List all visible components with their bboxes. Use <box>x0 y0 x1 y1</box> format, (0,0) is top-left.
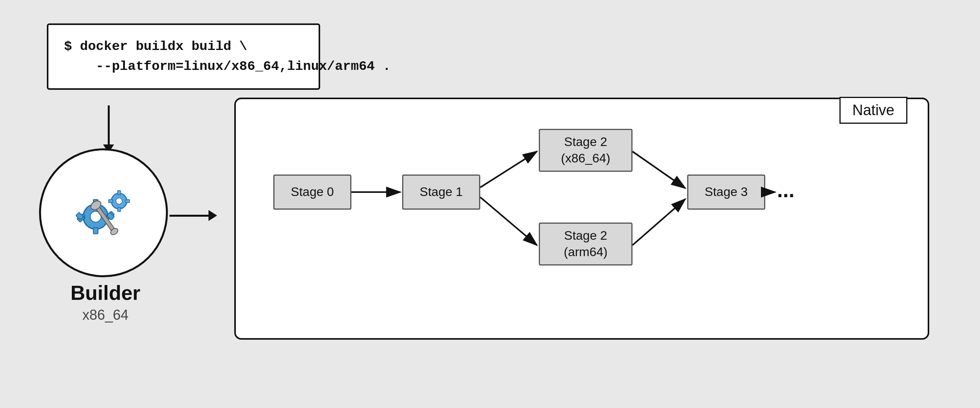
diagram-container: $ docker buildx build \ --platform=linux… <box>0 0 980 408</box>
stage2-x86-label: Stage 2(x86_64) <box>561 134 610 166</box>
svg-rect-15 <box>109 200 113 203</box>
svg-rect-3 <box>93 228 98 234</box>
command-box: $ docker buildx build \ --platform=linux… <box>47 23 320 90</box>
arrow-shaft-vertical <box>108 105 110 144</box>
stage2-arm-box: Stage 2(arm64) <box>539 223 633 265</box>
stage2-x86-box: Stage 2(x86_64) <box>539 129 633 172</box>
stage0-box: Stage 0 <box>273 175 351 210</box>
stage3-label: Stage 3 <box>705 184 748 200</box>
dots-label: ... <box>777 178 795 202</box>
arrow-down <box>103 105 114 153</box>
builder-circle <box>39 148 168 277</box>
native-label: Native <box>839 97 907 124</box>
stage2-arm-label: Stage 2(arm64) <box>564 228 608 260</box>
stage3-box: Stage 3 <box>687 175 765 210</box>
command-text: $ docker buildx build \ --platform=linux… <box>64 37 303 77</box>
arrow-builder-to-pipeline <box>169 210 217 221</box>
stage0-label: Stage 0 <box>291 184 334 200</box>
svg-rect-13 <box>118 207 121 212</box>
svg-rect-14 <box>125 200 130 203</box>
stage1-label: Stage 1 <box>420 184 463 200</box>
stage1-box: Stage 1 <box>402 175 480 210</box>
arrow-head-right <box>208 210 217 221</box>
builder-label: Builder x86_64 <box>55 281 156 323</box>
svg-rect-12 <box>118 191 121 195</box>
builder-icon <box>64 174 143 252</box>
builder-name: Builder <box>55 281 156 305</box>
arrow-shaft-horizontal <box>169 215 208 217</box>
svg-point-11 <box>116 198 122 204</box>
builder-arch: x86_64 <box>55 307 156 323</box>
